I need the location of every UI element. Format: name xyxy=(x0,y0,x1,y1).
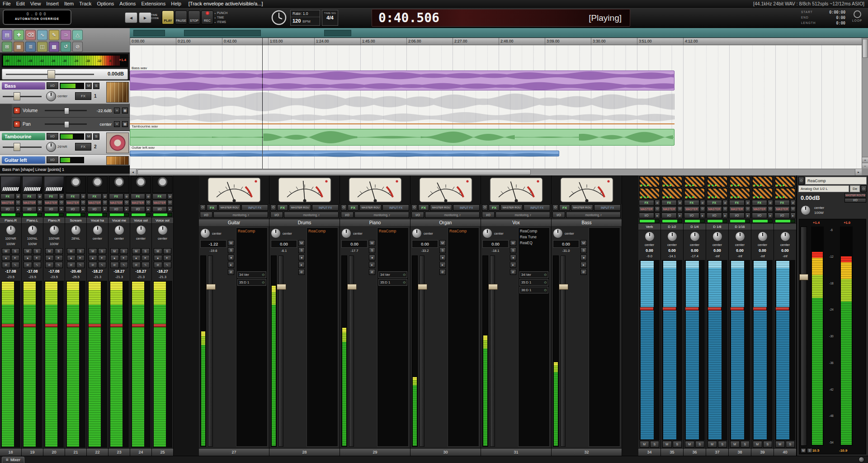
power-button[interactable]: ⏻ xyxy=(655,206,660,212)
master-send-button[interactable]: MASTER xyxy=(44,200,58,206)
io-button[interactable]: I/O xyxy=(684,213,699,218)
toolbar-icon[interactable]: ▩ xyxy=(49,42,59,52)
monitor-button[interactable]: ▸ xyxy=(722,213,728,218)
power-button[interactable]: ⏻ xyxy=(700,206,705,212)
fx-insert[interactable]: ReaComp xyxy=(236,228,267,234)
scroll-left-arrow[interactable]: ◂ xyxy=(130,169,137,175)
volume-value[interactable]: 0.00 xyxy=(638,248,660,254)
transport-position-display[interactable]: 0:40.506 [Playing] xyxy=(372,9,630,27)
track-meter[interactable] xyxy=(60,133,84,140)
io-button[interactable]: I/O xyxy=(87,206,102,212)
volume-value[interactable]: 0.00 xyxy=(341,240,368,248)
solo-button[interactable]: S xyxy=(55,248,63,254)
envelope-value[interactable]: -22.6dB xyxy=(90,108,112,113)
io-button[interactable]: I/O xyxy=(482,212,495,218)
envelope-button[interactable]: ∿ xyxy=(98,262,107,268)
playrate-value[interactable]: Rate: 1.0 xyxy=(291,10,320,17)
peak-value[interactable]: -17.7 xyxy=(341,248,368,255)
envelope-button[interactable]: ∿ xyxy=(142,262,150,268)
recarm-button[interactable]: ● xyxy=(45,255,54,261)
pan-value[interactable]: center xyxy=(751,243,774,248)
fader-zone[interactable] xyxy=(553,255,579,447)
pan-value[interactable]: center xyxy=(638,243,660,248)
fader-cap[interactable] xyxy=(662,307,676,311)
volume-value[interactable]: -17.08 xyxy=(22,269,43,275)
play-button[interactable]: PLAY xyxy=(162,10,174,24)
master-send-button[interactable]: MASTER xyxy=(87,200,102,206)
pan-knob[interactable] xyxy=(46,91,56,101)
monitoring-dropdown[interactable]: monitoring, r xyxy=(495,212,550,218)
recarm-button[interactable]: ● xyxy=(580,255,587,260)
monitor-button[interactable]: ▸ xyxy=(298,262,305,268)
master-volume-value[interactable]: 0.00dB xyxy=(108,71,124,76)
pan-value[interactable]: center xyxy=(152,236,173,242)
monitor-button[interactable]: ▸ xyxy=(768,213,773,218)
fx-insert[interactable]: ReaComp xyxy=(307,228,338,234)
fx-insert-list[interactable] xyxy=(589,227,620,447)
fx-button[interactable]: FX xyxy=(0,194,15,199)
pan-value[interactable]: 26%R xyxy=(57,145,67,149)
fader-cap[interactable] xyxy=(347,284,357,290)
recarm-button[interactable]: ● xyxy=(110,255,119,261)
solo-button[interactable]: S xyxy=(163,248,172,254)
track-name[interactable]: D 1/16 xyxy=(729,223,751,230)
phase-button[interactable]: ⊘ xyxy=(167,194,173,199)
track-name[interactable]: Tambourine xyxy=(2,133,45,140)
track-name[interactable]: Piano.R xyxy=(0,217,21,224)
fader-meter[interactable] xyxy=(88,281,107,448)
phase-button[interactable]: ⊘ xyxy=(146,194,151,199)
monitor-button[interactable]: ▸ xyxy=(15,206,21,212)
vertical-scrollbar[interactable]: + − xyxy=(862,38,868,169)
io-button[interactable]: I/O xyxy=(47,133,58,140)
recarm-button[interactable]: ● xyxy=(439,255,446,260)
track-name[interactable]: Verb xyxy=(638,223,660,230)
phase-button[interactable]: ⊘ xyxy=(80,194,86,199)
recarm-button[interactable]: ● xyxy=(369,255,375,260)
solo-button[interactable]: S xyxy=(33,248,42,254)
power-button[interactable]: ⏻ xyxy=(861,185,867,192)
width-value[interactable]: 100W xyxy=(22,242,43,247)
peak-value[interactable]: -23.5 xyxy=(22,275,43,280)
playback-position[interactable]: 0:40.506 xyxy=(378,10,439,25)
pan-knob[interactable] xyxy=(553,228,563,238)
bpm-value[interactable]: 120 xyxy=(292,18,301,24)
power-button[interactable]: ⏻ xyxy=(102,200,108,206)
go-end-button[interactable]: ► xyxy=(139,12,151,23)
master-fader-cap[interactable] xyxy=(799,274,808,280)
monitor-button[interactable]: ▸ xyxy=(124,206,129,212)
fader-meter[interactable] xyxy=(1,281,20,448)
mute-button[interactable]: M xyxy=(24,248,32,254)
pan-knob[interactable] xyxy=(271,228,281,238)
peak-value[interactable]: -inf xyxy=(751,254,774,260)
solo-button[interactable]: S xyxy=(98,248,107,254)
master-width-value[interactable]: 100W xyxy=(814,210,824,215)
mute-button[interactable]: M xyxy=(2,248,10,254)
fader-cap[interactable] xyxy=(753,307,767,311)
peak-value[interactable]: -33.2 xyxy=(412,248,438,255)
master-send-button[interactable]: MASTER xyxy=(66,200,80,206)
mute-button[interactable]: M xyxy=(662,441,672,448)
toolbar-icon[interactable]: ◫ xyxy=(37,42,47,52)
pan-value[interactable]: center xyxy=(729,243,751,248)
master-volume-value[interactable]: 0.00dB xyxy=(801,194,820,201)
pan-knob[interactable] xyxy=(735,232,745,241)
phase-button[interactable]: ⊘ xyxy=(132,262,141,268)
mute-button[interactable]: M xyxy=(369,240,375,246)
phase-button[interactable]: ⊘ xyxy=(745,200,750,206)
mute-button[interactable]: M xyxy=(298,240,305,246)
peak-value[interactable]: -21.3 xyxy=(108,275,130,280)
mute-button[interactable]: M xyxy=(730,441,740,448)
receive-item[interactable]: 34:Ver⏻ xyxy=(519,271,548,278)
envelope-button[interactable]: ∿ xyxy=(11,262,20,268)
fader-cap[interactable] xyxy=(685,307,699,311)
power-button[interactable]: ⏻ xyxy=(745,206,750,212)
master-route-button[interactable]: MASTER ROU xyxy=(289,204,311,211)
toolbar-icon[interactable]: ⌫ xyxy=(25,30,36,40)
pan-value[interactable]: center xyxy=(283,232,292,236)
pan-knob[interactable] xyxy=(49,225,59,235)
pan-knob[interactable] xyxy=(114,225,124,235)
volume-value[interactable]: 0.00 xyxy=(729,248,751,254)
envelope-settings-button[interactable]: ▦ xyxy=(122,108,128,113)
fader-zone[interactable] xyxy=(271,255,297,447)
phase-button[interactable]: ⊘ xyxy=(768,200,773,206)
